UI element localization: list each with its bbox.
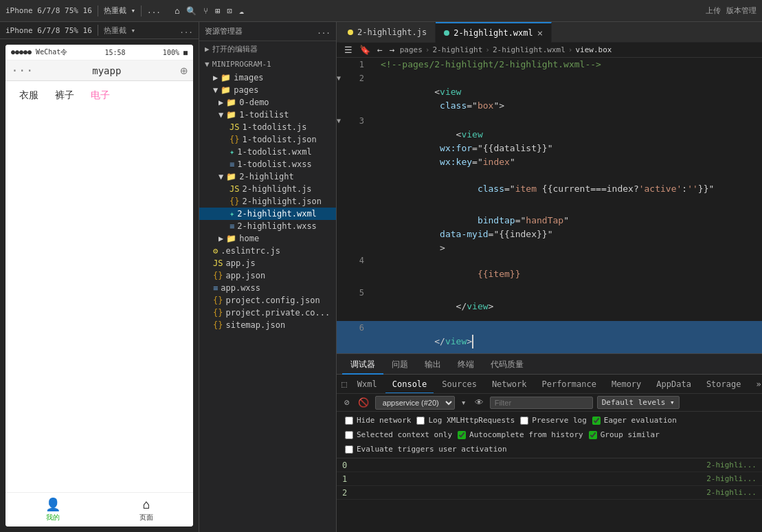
group-similar-checkbox[interactable] [589,431,597,439]
devtab-quality[interactable]: 代码质量 [482,354,532,375]
devtab-issues[interactable]: 问题 [383,354,416,375]
tree-2-highlight-json[interactable]: {} 2-highlight.json [199,195,336,208]
phone-item-1[interactable]: 裤子 [52,87,77,104]
tab-wxml[interactable]: 2-highlight.wxml × [436,22,552,43]
tree-1-todolist-js[interactable]: JS 1-todolist.js [199,121,336,133]
levels-label[interactable]: Default levels ▾ [597,396,680,409]
grid-icon[interactable]: ⊞ [215,6,220,16]
phone-item-2[interactable]: 电子 [88,87,113,104]
line-num-5: 5 [348,286,375,300]
preserve-log-checkbox[interactable] [520,417,528,425]
hotkey-label[interactable]: 热重截 ▾ [104,5,135,16]
hide-network-checkbox[interactable] [345,417,353,425]
folder-pages-icon: 📁 [221,85,231,95]
project-section[interactable]: ▼ MINIPROGRAM-1 [199,57,336,71]
subtab-sources[interactable]: Sources [435,375,484,394]
search-icon[interactable]: 🔍 [186,6,197,16]
subtab-appdata[interactable]: AppData [649,375,698,394]
tree-1-todolist-wxss[interactable]: ≡ 1-todolist.wxss [199,158,336,170]
bc-pages[interactable]: pages [400,45,423,54]
appservice-select[interactable]: appservice (#20) [375,396,455,410]
filter-input[interactable] [490,397,593,409]
tree-project-config[interactable]: {} project.config.json [199,294,336,307]
close-tab-btn[interactable]: × [537,27,543,38]
log-src-1[interactable]: 2-highli... [706,474,757,483]
open-editors-section[interactable]: ▶ 打开的编辑器 [199,41,336,57]
subtab-memory[interactable]: Memory [605,375,648,394]
code-line-5: 5 </view> [337,286,762,318]
tree-eslintrc[interactable]: ⚙ .eslintrc.js [199,245,336,257]
chevron-down-icon[interactable]: ▾ [459,397,469,408]
tree-1-todolist-json[interactable]: {} 1-todolist.json [199,133,336,146]
tree-app-js[interactable]: JS app.js [199,257,336,269]
console-filter-icon[interactable]: 🚫 [356,397,371,408]
line-num-3: 3 [348,114,375,128]
cloud-icon[interactable]: ☁ [239,6,244,16]
code-editor[interactable]: 1 <!--pages/2-highlight/2-highlight.wxml… [337,58,762,353]
devtools-expand-icon[interactable]: ⬚ [339,379,349,389]
back-icon[interactable]: ← [375,45,385,55]
option-autocomplete[interactable]: Autocomplete from history [458,430,583,439]
tree-project-private[interactable]: {} project.private.co... [199,307,336,319]
log-xml-checkbox[interactable] [416,417,425,425]
devtab-debugger[interactable]: 调试器 [342,354,383,375]
tree-sitemap[interactable]: {} sitemap.json [199,319,336,331]
home-icon[interactable]: ⌂ [175,6,179,16]
subtab-console[interactable]: Console [385,375,434,394]
tree-0-demo[interactable]: ▶ 📁 0-demo [199,96,336,109]
option-selected-ctx[interactable]: Selected context only [345,430,452,439]
tree-2-highlight-wxml[interactable]: ✦ 2-highlight.wxml [199,208,336,220]
phone-nav-page[interactable]: ⌂ 页面 [139,497,153,522]
tree-2-highlight-wxss[interactable]: ≡ 2-highlight.wxss [199,220,336,232]
phone-item-0[interactable]: 衣服 [16,87,41,104]
option-log-xml[interactable]: Log XMLHttpRequests [416,416,515,425]
upload-btn[interactable]: 上传 [706,5,721,16]
evaluate-checkbox[interactable] [345,445,353,454]
hotkey[interactable]: 热重截 ▾ [104,25,135,36]
bookmark-icon[interactable]: 🔖 [357,45,372,55]
autocomplete-checkbox[interactable] [458,431,466,439]
option-eager[interactable]: Eager evaluation [592,416,677,425]
subtab-more[interactable]: » [749,375,762,394]
tree-app-json[interactable]: {} app.json [199,269,336,282]
tree-pages[interactable]: ▼ 📁 pages [199,84,336,96]
branch-icon[interactable]: ⑂ [203,6,208,16]
selected-ctx-checkbox[interactable] [345,431,353,439]
option-evaluate-trigger[interactable]: Evaluate triggers user activation [345,445,507,454]
device-select[interactable]: iPhone 6/7/8 75% 16 [5,26,92,35]
tree-1-todilist[interactable]: ▼ 📁 1-todilist [199,109,336,121]
subtab-wxml[interactable]: Wxml [350,375,384,394]
hamburger-icon[interactable]: ☰ [342,45,355,55]
phone-nav-mine[interactable]: 👤 我的 [45,497,60,522]
subtab-network[interactable]: Network [485,375,534,394]
eye-icon[interactable]: 👁 [473,397,486,408]
option-preserve-log[interactable]: Preserve log [520,416,586,425]
tree-home[interactable]: ▶ 📁 home [199,232,336,245]
phone-more[interactable]: ... [179,26,193,35]
log-src-0[interactable]: 2-highli... [706,461,757,469]
log-src-2[interactable]: 2-highli... [706,488,757,497]
explorer-more[interactable]: ... [317,27,330,36]
tree-images[interactable]: ▶ 📁 images [199,71,336,84]
tab-js[interactable]: 2-highlight.js [339,22,436,43]
tree-1-todolist-wxml[interactable]: ✦ 1-todolist.wxml [199,146,336,158]
bc-2highlight[interactable]: 2-highlight [432,45,482,54]
eager-checkbox[interactable] [592,417,601,425]
bc-wxml[interactable]: 2-highlight.wxml [493,45,565,54]
devtab-output[interactable]: 输出 [416,354,449,375]
subtab-performance[interactable]: Performance [535,375,603,394]
tree-app-wxss[interactable]: ≡ app.wxss [199,282,336,294]
subtab-storage[interactable]: Storage [699,375,748,394]
forward-icon[interactable]: → [388,45,397,55]
option-group-similar[interactable]: Group similar [589,430,660,439]
version-btn[interactable]: 版本管理 [726,5,757,16]
more-btn[interactable]: ... [147,6,161,15]
devtab-terminal[interactable]: 终端 [449,354,482,375]
console-block-icon[interactable]: ⊘ [342,397,352,408]
projprivate-icon: {} [213,308,223,318]
tree-2-highlight-js[interactable]: JS 2-highlight.js [199,183,336,195]
bc-viewbox[interactable]: view.box [575,45,612,54]
tree-2-highlight[interactable]: ▼ 📁 2-highlight [199,170,336,183]
preview-icon[interactable]: ⊡ [227,6,232,16]
option-hide-network[interactable]: Hide network [345,416,411,425]
